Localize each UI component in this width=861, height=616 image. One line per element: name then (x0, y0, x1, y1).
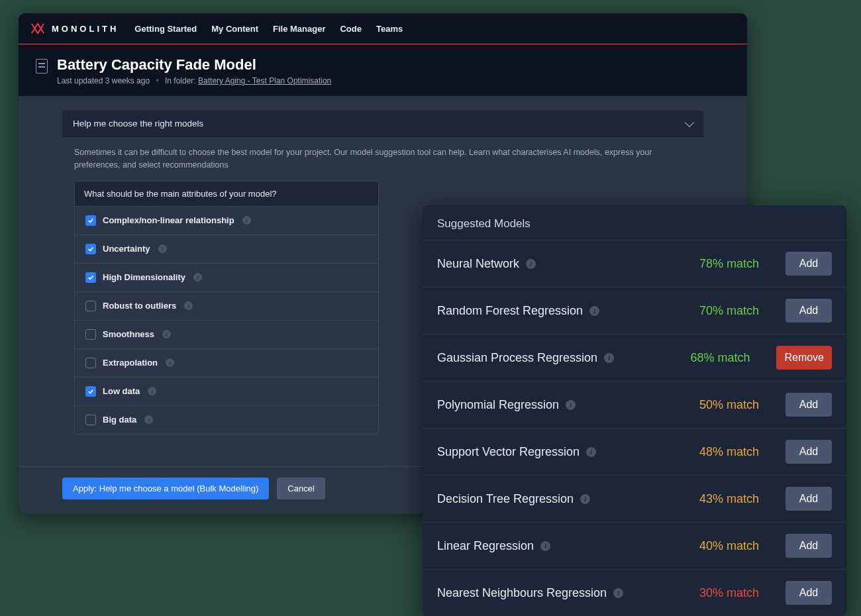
separator-dot: • (156, 76, 158, 85)
model-name: Linear Regression (437, 539, 534, 553)
attribute-row[interactable]: Complex/non-linear relationshipi (75, 207, 378, 235)
attribute-label: Extrapolation (103, 358, 158, 368)
attribute-row[interactable]: High Dimensionalityi (75, 264, 378, 292)
attributes-list: Complex/non-linear relationshipiUncertai… (75, 207, 378, 434)
topbar: MONOLITH Getting Started My Content File… (19, 13, 747, 44)
attribute-checkbox[interactable] (85, 301, 96, 311)
attribute-checkbox[interactable] (85, 358, 96, 368)
nav: Getting Started My Content File Manager … (134, 24, 403, 34)
page-header: Battery Capacity Fade Model Last updated… (19, 44, 747, 96)
match-percentage: 48% match (699, 445, 779, 459)
info-icon[interactable]: i (158, 244, 167, 253)
nav-getting-started[interactable]: Getting Started (134, 24, 197, 34)
suggested-model-row: Neural Networki78% matchAdd (423, 240, 846, 287)
suggested-model-row: Decision Tree Regressioni43% matchAdd (423, 475, 846, 522)
add-button[interactable]: Add (785, 252, 832, 276)
suggested-model-row: Linear Regressioni40% matchAdd (423, 522, 846, 569)
attribute-row[interactable]: Big datai (75, 406, 378, 434)
suggested-model-row: Support Vector Regressioni48% matchAdd (423, 428, 846, 475)
match-percentage: 70% match (699, 304, 779, 318)
model-name: Gaussian Process Regression (437, 351, 597, 365)
suggested-models-list: Neural Networki78% matchAddRandom Forest… (423, 240, 846, 616)
brand-logo[interactable]: MONOLITH (30, 21, 119, 36)
attribute-row[interactable]: Extrapolationi (75, 349, 378, 378)
attribute-row[interactable]: Robust to outliersi (75, 292, 378, 321)
match-percentage: 40% match (699, 539, 779, 553)
attribute-checkbox[interactable] (85, 272, 96, 283)
model-name: Polynomial Regression (437, 398, 559, 412)
attribute-row[interactable]: Uncertaintyi (75, 235, 378, 264)
info-icon[interactable]: i (526, 259, 536, 269)
match-percentage: 78% match (699, 257, 779, 271)
add-button[interactable]: Add (785, 393, 832, 417)
attribute-label: High Dimensionality (103, 272, 185, 282)
model-name: Decision Tree Regression (437, 492, 574, 506)
attribute-checkbox[interactable] (85, 386, 96, 397)
apply-button[interactable]: Apply: Help me choose a model (Bulk Mode… (62, 478, 269, 499)
last-updated: Last updated 3 weeks ago (57, 76, 150, 85)
match-percentage: 50% match (699, 398, 779, 412)
info-icon[interactable]: i (184, 301, 193, 310)
attribute-label: Uncertainty (103, 244, 150, 254)
panel-description: Sometimes it can be difficult to choose … (74, 146, 691, 172)
attribute-checkbox[interactable] (85, 415, 96, 425)
info-icon[interactable]: i (589, 306, 599, 316)
attribute-row[interactable]: Smoothnessi (75, 321, 378, 349)
nav-file-manager[interactable]: File Manager (273, 24, 325, 34)
folder-prefix: In folder: (165, 76, 196, 85)
chevron-down-icon (685, 117, 694, 127)
info-icon[interactable]: i (166, 358, 174, 367)
monolith-logo-icon (30, 21, 45, 36)
suggested-model-row: Nearest Neighbours Regressioni30% matchA… (423, 569, 846, 616)
info-icon[interactable]: i (540, 541, 550, 551)
cancel-button[interactable]: Cancel (277, 478, 325, 499)
attribute-label: Low data (103, 386, 140, 396)
suggested-model-row: Polynomial Regressioni50% matchAdd (423, 381, 846, 428)
remove-button[interactable]: Remove (776, 346, 832, 370)
attribute-checkbox[interactable] (85, 329, 96, 340)
attribute-label: Robust to outliers (103, 301, 176, 311)
attribute-label: Complex/non-linear relationship (103, 215, 234, 225)
add-button[interactable]: Add (785, 487, 832, 511)
add-button[interactable]: Add (785, 534, 832, 558)
nav-code[interactable]: Code (340, 24, 362, 34)
folder-link[interactable]: Battery Aging - Test Plan Optimisation (198, 76, 331, 85)
attribute-label: Big data (103, 415, 136, 425)
page-title: Battery Capacity Fade Model (57, 56, 331, 74)
document-icon (36, 59, 48, 74)
match-percentage: 30% match (699, 586, 779, 600)
info-icon[interactable]: i (144, 415, 153, 424)
info-icon[interactable]: i (604, 353, 614, 363)
suggested-models-panel: Suggested Models Neural Networki78% matc… (423, 205, 846, 616)
add-button[interactable]: Add (785, 299, 832, 323)
attribute-checkbox[interactable] (85, 215, 96, 226)
suggested-models-title: Suggested Models (423, 205, 846, 240)
info-icon[interactable]: i (242, 216, 251, 225)
model-name: Nearest Neighbours Regression (437, 586, 607, 600)
page-subheader: Last updated 3 weeks ago • In folder: Ba… (57, 76, 331, 85)
info-icon[interactable]: i (613, 588, 623, 598)
info-icon[interactable]: i (162, 330, 171, 338)
nav-teams[interactable]: Teams (376, 24, 403, 34)
attribute-row[interactable]: Low datai (75, 378, 378, 406)
add-button[interactable]: Add (785, 440, 832, 464)
suggested-model-row: Random Forest Regressioni70% matchAdd (423, 287, 846, 334)
info-icon[interactable]: i (580, 494, 590, 504)
model-name: Support Vector Regression (437, 445, 580, 459)
info-icon[interactable]: i (566, 400, 576, 410)
model-name: Random Forest Regression (437, 304, 583, 318)
model-name: Neural Network (437, 257, 519, 271)
match-percentage: 68% match (690, 351, 770, 365)
panel-title: Help me choose the right models (73, 119, 203, 128)
nav-my-content[interactable]: My Content (211, 24, 258, 34)
info-icon[interactable]: i (586, 447, 596, 457)
suggested-model-row: Gaussian Process Regressioni68% matchRem… (423, 334, 846, 381)
attribute-label: Smoothness (103, 329, 154, 339)
attribute-checkbox[interactable] (85, 244, 96, 254)
panel-header[interactable]: Help me choose the right models (62, 111, 703, 137)
info-icon[interactable]: i (193, 273, 202, 282)
add-button[interactable]: Add (785, 581, 832, 605)
match-percentage: 43% match (699, 492, 779, 506)
info-icon[interactable]: i (148, 387, 156, 395)
attributes-title: What should be the main attributes of yo… (75, 181, 378, 207)
